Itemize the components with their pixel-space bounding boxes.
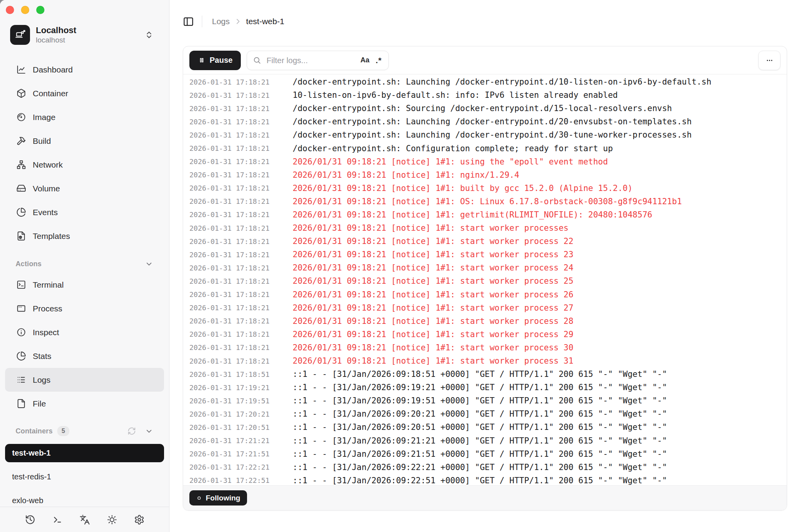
breadcrumb-item: test-web-1: [246, 17, 284, 26]
close-button[interactable]: [6, 6, 14, 14]
log-row: 2026-01-31 17:18:212026/01/31 09:18:21 […: [189, 221, 787, 235]
sidebar-actions-nav: TerminalProcessInspectStatsLogsFile: [5, 273, 164, 415]
refresh-containers-button[interactable]: [126, 425, 138, 437]
zoom-button[interactable]: [36, 6, 44, 14]
log-message: ::1 - - [31/Jan/2026:09:19:21 +0000] "GE…: [293, 383, 667, 392]
log-message: 10-listen-on-ipv6-by-default.sh: info: I…: [293, 90, 618, 100]
icon-wrap: [16, 184, 26, 193]
icon-wrap: [16, 304, 26, 313]
ellipsis-icon: [765, 56, 774, 65]
log-row: 2026-01-31 17:18:212026/01/31 09:18:21 […: [189, 182, 787, 195]
log-row: 2026-01-31 17:18:212026/01/31 09:18:21 […: [189, 208, 787, 221]
log-row: 2026-01-31 17:18:21/docker-entrypoint.sh…: [189, 75, 787, 88]
match-case-toggle[interactable]: Aa: [360, 56, 370, 64]
log-row: 2026-01-31 17:20:51::1 - - [31/Jan/2026:…: [189, 421, 787, 434]
file-box-icon: [16, 231, 26, 241]
sidebar-item-build[interactable]: Build: [5, 129, 164, 153]
history-button[interactable]: [22, 512, 38, 527]
more-options-button[interactable]: [758, 51, 780, 70]
sidebar-item-label: Build: [33, 137, 51, 145]
log-row: 2026-01-31 17:22:51::1 - - [31/Jan/2026:…: [189, 474, 787, 485]
languages-button[interactable]: [77, 512, 92, 527]
containers-collapse-button[interactable]: [143, 425, 155, 437]
box-icon: [16, 88, 26, 98]
filter-input[interactable]: [266, 55, 355, 65]
log-viewport[interactable]: 2026-01-31 17:18:21/docker-entrypoint.sh…: [183, 74, 787, 485]
sidebar-item-terminal[interactable]: Terminal: [5, 273, 164, 297]
chevrons-up-down-icon: [145, 30, 154, 39]
sidebar-item-templates[interactable]: Templates: [5, 224, 164, 248]
sidebar-item-label: Network: [33, 161, 63, 169]
pause-icon: [198, 56, 206, 64]
gear-button[interactable]: [131, 512, 147, 527]
actions-collapse-button[interactable]: [143, 258, 155, 270]
pie-chart-icon: [16, 207, 26, 217]
log-row: 2026-01-31 17:18:212026/01/31 09:18:21 […: [189, 301, 787, 315]
log-timestamp: 2026-01-31 17:18:21: [189, 197, 293, 205]
list-icon: [16, 375, 26, 385]
log-message: /docker-entrypoint.sh: Launching /docker…: [293, 77, 711, 87]
icon-wrap: [16, 207, 26, 217]
pause-icon: [198, 56, 206, 64]
minimize-button[interactable]: [21, 6, 29, 14]
log-row: 2026-01-31 17:18:21/docker-entrypoint.sh…: [189, 141, 787, 155]
container-item-exlo-web[interactable]: exlo-web: [5, 491, 164, 507]
sidebar-item-volume[interactable]: Volume: [5, 177, 164, 200]
workspace-selector[interactable]: Localhost localhost: [10, 25, 160, 45]
following-button[interactable]: Following: [189, 490, 247, 505]
pause-button[interactable]: Pause: [189, 51, 241, 70]
regex-toggle[interactable]: .*: [375, 56, 383, 65]
log-timestamp: 2026-01-31 17:18:21: [189, 78, 293, 86]
log-timestamp: 2026-01-31 17:18:21: [189, 304, 293, 312]
sidebar-item-label: Volume: [33, 184, 60, 193]
log-footer: Following: [183, 485, 787, 510]
log-timestamp: 2026-01-31 17:18:21: [189, 330, 293, 338]
panel-left-icon: [183, 16, 194, 27]
log-row: 2026-01-31 17:18:2110-listen-on-ipv6-by-…: [189, 88, 787, 102]
log-row: 2026-01-31 17:18:212026/01/31 09:18:21 […: [189, 261, 787, 274]
log-timestamp: 2026-01-31 17:18:21: [189, 184, 293, 192]
log-timestamp: 2026-01-31 17:22:21: [189, 463, 293, 471]
search-icon: [253, 56, 261, 64]
icon-wrap: [16, 351, 26, 361]
sidebar-item-container[interactable]: Container: [5, 81, 164, 105]
terminal-prompt-button[interactable]: [49, 512, 65, 527]
log-message: 2026/01/31 09:18:21 [notice] 1#1: start …: [293, 290, 574, 299]
container-item-test-redis-1[interactable]: test-redis-1: [5, 468, 164, 486]
laptop-containers-icon: [14, 29, 26, 41]
log-timestamp: 2026-01-31 17:20:51: [189, 423, 293, 431]
header-divider: [202, 16, 202, 27]
containers-count-badge: 5: [57, 426, 69, 436]
log-row: 2026-01-31 17:21:51::1 - - [31/Jan/2026:…: [189, 447, 787, 461]
log-row: 2026-01-31 17:18:212026/01/31 09:18:21 […: [189, 274, 787, 288]
actions-label: Actions: [16, 260, 42, 268]
log-row: 2026-01-31 17:19:21::1 - - [31/Jan/2026:…: [189, 381, 787, 394]
sidebar-item-image[interactable]: Image: [5, 105, 164, 129]
sidebar-item-dashboard[interactable]: Dashboard: [5, 58, 164, 81]
log-timestamp: 2026-01-31 17:18:21: [189, 91, 293, 99]
circle-icon: [196, 495, 202, 501]
sidebar-item-network[interactable]: Network: [5, 153, 164, 177]
log-message: ::1 - - [31/Jan/2026:09:22:21 +0000] "GE…: [293, 463, 667, 472]
sidebar-item-logs[interactable]: Logs: [5, 368, 164, 392]
container-list: test-web-1test-redis-1exlo-web: [5, 444, 164, 507]
log-row: 2026-01-31 17:18:21/docker-entrypoint.sh…: [189, 128, 787, 141]
chevrons-up-down-icon-slot[interactable]: [145, 30, 154, 39]
icon-wrap: [16, 375, 26, 385]
log-timestamp: 2026-01-31 17:18:21: [189, 118, 293, 126]
log-message: 2026/01/31 09:18:21 [notice] 1#1: start …: [293, 237, 574, 246]
log-timestamp: 2026-01-31 17:18:21: [189, 251, 293, 259]
sidebar-item-file[interactable]: File: [5, 392, 164, 415]
sidebar-item-inspect[interactable]: Inspect: [5, 320, 164, 344]
gear-icon: [134, 514, 145, 525]
breadcrumb-section[interactable]: Logs: [212, 17, 230, 26]
logs-panel: Pause Aa .* 2026-01-31 17:18:21/docker-e…: [183, 46, 787, 511]
icon-wrap: [16, 231, 26, 241]
sidebar-toggle-button[interactable]: [182, 15, 195, 28]
sun-button[interactable]: [104, 512, 120, 527]
workspace-name: Localhost: [36, 25, 139, 35]
sidebar-item-stats[interactable]: Stats: [5, 344, 164, 368]
sidebar-item-process[interactable]: Process: [5, 297, 164, 320]
sidebar-item-events[interactable]: Events: [5, 200, 164, 224]
container-item-test-web-1[interactable]: test-web-1: [5, 444, 164, 462]
